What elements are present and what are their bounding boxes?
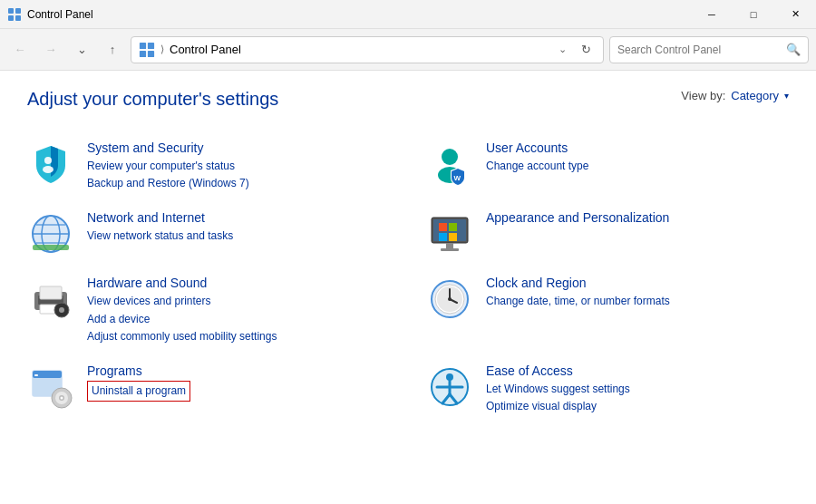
user-accounts-icon: W <box>426 141 473 188</box>
svg-rect-0 <box>8 8 14 14</box>
mobility-settings-link[interactable]: Adjust commonly used mobility settings <box>87 328 390 345</box>
titlebar-title: Control Panel <box>27 8 93 21</box>
ease-access-icon <box>426 363 473 411</box>
address-chevron-icon: ⟩ <box>160 44 164 55</box>
hardware-sound-content: Hardware and Sound View devices and prin… <box>87 276 390 345</box>
appearance-icon <box>426 210 473 257</box>
viewby-dropdown[interactable]: Category <box>731 89 779 102</box>
category-clock-region: Clock and Region Change date, time, or n… <box>426 267 789 354</box>
optimize-visual-display-link[interactable]: Optimize visual display <box>486 398 789 415</box>
category-appearance: Appearance and Personalization <box>426 201 789 267</box>
network-internet-content: Network and Internet View network status… <box>87 210 390 245</box>
categories-grid: System and Security Review your computer… <box>27 131 789 424</box>
viewby-control: View by: Category ▾ <box>681 89 789 102</box>
svg-rect-7 <box>148 50 154 56</box>
programs-content: Programs Uninstall a program <box>87 363 390 402</box>
svg-rect-4 <box>140 42 146 48</box>
clock-region-title[interactable]: Clock and Region <box>486 276 789 290</box>
svg-point-33 <box>59 307 64 313</box>
page-header: Adjust your computer's settings View by:… <box>27 89 789 110</box>
system-security-content: System and Security Review your computer… <box>87 141 390 192</box>
svg-rect-5 <box>148 42 154 48</box>
search-icon[interactable]: 🔍 <box>786 43 801 56</box>
appearance-title[interactable]: Appearance and Personalization <box>486 210 789 225</box>
svg-rect-6 <box>140 50 146 56</box>
system-security-title[interactable]: System and Security <box>87 141 390 155</box>
main-content: Adjust your computer's settings View by:… <box>0 71 816 504</box>
search-box[interactable]: 🔍 <box>609 36 809 63</box>
viewby-label: View by: <box>681 89 725 102</box>
svg-text:W: W <box>454 174 461 182</box>
svg-rect-19 <box>33 245 69 250</box>
svg-rect-30 <box>40 286 62 299</box>
address-dropdown-icon[interactable]: ⌄ <box>555 44 570 55</box>
close-button[interactable]: ✕ <box>774 0 816 29</box>
recent-button[interactable]: ⌄ <box>69 37 94 63</box>
svg-rect-26 <box>446 243 453 248</box>
page-title: Adjust your computer's settings <box>27 89 278 110</box>
ease-access-content: Ease of Access Let Windows suggest setti… <box>486 363 789 415</box>
titlebar-icon <box>7 7 22 22</box>
up-button[interactable]: ↑ <box>100 37 125 63</box>
back-button[interactable]: ← <box>7 37 33 63</box>
windows-suggest-settings-link[interactable]: Let Windows suggest settings <box>486 381 789 398</box>
ease-access-title[interactable]: Ease of Access <box>486 363 789 378</box>
add-device-link[interactable]: Add a device <box>87 311 390 328</box>
svg-rect-1 <box>15 8 21 14</box>
svg-rect-3 <box>15 15 21 21</box>
category-user-accounts: W User Accounts Change account type <box>426 131 789 201</box>
backup-restore-link[interactable]: Backup and Restore (Windows 7) <box>87 175 390 192</box>
svg-rect-24 <box>439 233 447 241</box>
user-accounts-content: User Accounts Change account type <box>486 141 789 175</box>
svg-rect-23 <box>449 223 457 231</box>
category-system-security: System and Security Review your computer… <box>27 131 390 201</box>
up-icon: ↑ <box>110 43 116 56</box>
view-network-status-link[interactable]: View network status and tasks <box>87 228 390 245</box>
addressbar: ← → ⌄ ↑ ⟩ Control Panel ⌄ ↻ 🔍 <box>0 29 816 71</box>
programs-icon <box>27 363 74 411</box>
programs-title[interactable]: Programs <box>87 363 390 378</box>
category-ease-access: Ease of Access Let Windows suggest setti… <box>426 354 789 424</box>
titlebar-controls: ─ □ ✕ <box>691 0 816 29</box>
clock-region-content: Clock and Region Change date, time, or n… <box>486 276 789 310</box>
minimize-button[interactable]: ─ <box>691 0 733 29</box>
svg-point-8 <box>44 157 52 164</box>
system-security-icon <box>27 141 74 188</box>
forward-button[interactable]: → <box>38 37 63 63</box>
category-network-internet: Network and Internet View network status… <box>27 201 390 267</box>
maximize-button[interactable]: □ <box>733 0 774 29</box>
back-icon: ← <box>15 43 26 56</box>
chevron-down-icon: ⌄ <box>77 43 87 56</box>
viewby-chevron-icon: ▾ <box>784 91 789 101</box>
forward-icon: → <box>45 43 57 56</box>
review-computer-status-link[interactable]: Review your computer's status <box>87 158 390 175</box>
network-internet-title[interactable]: Network and Internet <box>87 210 390 225</box>
search-input[interactable] <box>617 44 782 56</box>
change-date-time-link[interactable]: Change date, time, or number formats <box>486 293 789 310</box>
address-icon <box>139 42 155 58</box>
network-internet-icon <box>27 210 74 257</box>
svg-rect-43 <box>34 374 38 376</box>
category-programs: Programs Uninstall a program <box>27 354 390 424</box>
user-accounts-title[interactable]: User Accounts <box>486 141 789 155</box>
svg-rect-2 <box>8 15 14 21</box>
titlebar: Control Panel ─ □ ✕ <box>0 0 816 29</box>
address-text: Control Panel <box>170 43 549 56</box>
change-account-type-link[interactable]: Change account type <box>486 158 789 175</box>
hardware-sound-title[interactable]: Hardware and Sound <box>87 276 390 290</box>
view-devices-printers-link[interactable]: View devices and printers <box>87 293 390 310</box>
refresh-button[interactable]: ↻ <box>576 40 596 60</box>
category-hardware-sound: Hardware and Sound View devices and prin… <box>27 267 390 354</box>
svg-point-40 <box>448 297 452 301</box>
appearance-content: Appearance and Personalization <box>486 210 789 228</box>
svg-rect-27 <box>441 248 459 251</box>
address-bar[interactable]: ⟩ Control Panel ⌄ ↻ <box>131 36 604 63</box>
svg-point-10 <box>442 149 458 165</box>
svg-rect-22 <box>439 223 447 231</box>
clock-region-icon <box>426 276 473 323</box>
svg-rect-25 <box>449 233 457 241</box>
svg-point-47 <box>61 396 63 399</box>
svg-point-9 <box>43 166 53 173</box>
uninstall-program-link[interactable]: Uninstall a program <box>87 381 190 402</box>
hardware-sound-icon <box>27 276 74 323</box>
